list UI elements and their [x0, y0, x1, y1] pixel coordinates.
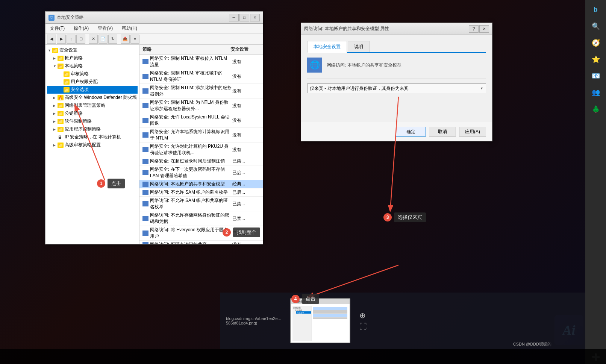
tab-description[interactable]: 说明 [348, 41, 370, 52]
sidebar-search-icon[interactable]: 🔍 [589, 20, 603, 33]
tree-root-label: 安全设置 [59, 47, 77, 53]
tree-account-policy[interactable]: ▶ 📁 帐户策略 [47, 54, 138, 62]
sidebar-star-icon[interactable]: ⭐ [589, 53, 603, 66]
sidebar-outlook-icon[interactable]: 📧 [589, 69, 603, 83]
dropdown-security-model[interactable]: 仅来宾 - 对本地用户进行身份验证，其身份为来宾 ▼ [307, 83, 486, 93]
policy-name: 网络安全: 允许 LocalSystem NULL 会话回退 [150, 114, 232, 127]
tree-local-policy[interactable]: ▼ 📂 本地策略 [47, 62, 138, 70]
tree-root[interactable]: ▼ 📁 安全设置 [47, 46, 138, 54]
tree-public-key[interactable]: ▶ 📁 公钥策略 [47, 109, 138, 117]
tree-user-rights[interactable]: 📁 用户权限分配 [47, 78, 138, 86]
policy-row[interactable]: 网络安全: 限制 NTLM: 审核传入 NTLM 流量 没有 [139, 55, 263, 69]
menu-action[interactable]: 操作(A) [72, 24, 90, 32]
policy-icon [142, 59, 148, 64]
policy-row[interactable]: 网络访问: 不允许 SAM 帐户和共享的匿名枚举 已禁... [139, 197, 263, 211]
policy-row[interactable]: 网络安全: 允许 LocalSystem NULL 会话回退 没有 [139, 113, 263, 128]
secopts-folder-icon: 📁 [64, 87, 70, 93]
policy-row[interactable]: 网络访问: 不允许 SAM 帐户的匿名枚举 已启... [139, 188, 263, 197]
policy-value: 已禁... [232, 158, 260, 164]
menu-file[interactable]: 文件(F) [48, 24, 66, 32]
policy-row[interactable]: 网络访问: 本地帐户的共享和安全模型 经典... [139, 180, 263, 188]
export-button[interactable]: 📤 [121, 35, 130, 44]
policy-icon [142, 118, 148, 123]
tree-local-label: 本地策略 [65, 63, 83, 69]
tree-audit-policy[interactable]: 📁 审核策略 [47, 70, 138, 78]
sidebar-compass-icon[interactable]: 🧭 [589, 36, 603, 50]
tree-advaudit-label: 高级审核策略配置 [65, 142, 101, 148]
dialog-policy-desc: 网络访问: 本地帐户的共享和安全模型 [327, 62, 401, 68]
cancel-button[interactable]: 取消 [429, 127, 456, 136]
forward-button[interactable]: ▶ [57, 35, 66, 44]
thumbnail-card[interactable]: 本地安全策略 安全设置 本地策略 安全选项 [290, 298, 350, 343]
annotation-circle-2: 2 [223, 228, 231, 237]
policy-row[interactable]: 网络访问: 不允许存储网络身份验证的密码和凭据 已禁... [139, 211, 263, 226]
ok-button[interactable]: 确定 [396, 127, 426, 136]
annotation-3: 3 选择仅来宾 [383, 212, 426, 222]
policy-icon [142, 190, 148, 195]
tree-network-list[interactable]: ▶ 📁 网络列表管理器策略 [47, 102, 138, 109]
annotation-label-1: 点击 [108, 179, 125, 188]
policy-row[interactable]: 网络安全: 在超过登录时间后强制注销 已禁... [139, 157, 263, 165]
tree-firewall-label: 高级安全 Windows Defender 防火墙 [65, 94, 137, 101]
close-button[interactable]: ✕ [250, 14, 260, 21]
title-left: 🛡 本地安全策略 [48, 14, 84, 21]
toolbar: ◀ ▶ ↑ ⊟ ✕ 📄 ↻ 📤 ≡ [45, 33, 263, 45]
policy-value: 已启... [232, 170, 260, 176]
back-button[interactable]: ◀ [47, 35, 56, 44]
content-area: ▼ 📁 安全设置 ▶ 📁 帐户策略 ▼ 📂 本地策略 📁 审核策略 [45, 45, 263, 244]
policy-row[interactable]: 网络安全: 在下一次更改密码时不存储 LAN 管理器哈希值 已启... [139, 165, 263, 180]
tree-ip-security[interactable]: 🖥 IP 安全策略，在 本地计算机 [47, 133, 138, 141]
tree-app-control[interactable]: ▶ 📁 应用程序控制策略 [47, 125, 138, 133]
maximize-button[interactable]: □ [239, 14, 249, 21]
thumb-icons-area: ⊕ ⛶ [359, 311, 367, 331]
appctrl-folder-icon: 📁 [58, 127, 64, 132]
policy-row[interactable]: 网络安全: 限制 NTLM: 为 NTLM 身份验证添加远程服务器例外... 没… [139, 99, 263, 113]
tree-security-options[interactable]: 📁 安全选项 [47, 86, 138, 94]
policy-icon [142, 242, 148, 244]
sidebar-teams-icon[interactable]: 👥 [589, 86, 603, 99]
policy-row[interactable]: 网络安全: 限制 NTLM: 添加此域中的服务器例外 没有 [139, 84, 263, 99]
tree-appctrl-label: 应用程序控制策略 [65, 126, 101, 132]
policy-name: 网络安全: 限制 NTLM: 添加此域中的服务器例外 [150, 85, 232, 97]
dropdown-value: 仅来宾 - 对本地用户进行身份验证，其身份为来宾 [310, 85, 409, 92]
tree-advanced-firewall[interactable]: ▶ 🔥 高级安全 Windows Defender 防火墙 [47, 94, 138, 102]
list-button[interactable]: ≡ [130, 35, 139, 44]
policy-value: 没有 [232, 103, 260, 109]
header-value: 安全设置 [230, 46, 260, 53]
policy-row[interactable]: 网络安全: 允许本地系统将计算机标识用于 NTLM 没有 [139, 128, 263, 143]
policy-icon [142, 147, 148, 152]
menu-help[interactable]: 帮助(H) [120, 24, 139, 32]
thumb-expand-icon[interactable]: ⛶ [359, 322, 367, 331]
policy-row[interactable]: 网络访问: 可匿名访问的共享 没有 [139, 241, 263, 244]
policy-value: 已禁... [232, 215, 260, 222]
tree-software-restrict[interactable]: ▶ 📁 软件限制策略 [47, 117, 138, 125]
policy-row[interactable]: 网络安全: 限制 NTLM: 审核此域中的 NTLM 身份验证 没有 [139, 69, 263, 84]
policy-icon [142, 182, 148, 187]
policy-name: 网络访问: 将 Everyone 权限应用于匿名用户 [150, 227, 232, 240]
apply-button[interactable]: 应用(A) [459, 127, 486, 136]
sidebar-bing-icon[interactable]: b [589, 3, 603, 17]
annotation-label-4: 点击 [302, 294, 319, 304]
tab-local-security[interactable]: 本地安全设置 [307, 41, 347, 53]
properties-button[interactable]: 📄 [98, 35, 108, 44]
delete-button[interactable]: ✕ [89, 35, 98, 44]
security-policy-window: 🛡 本地安全策略 ─ □ ✕ 文件(F) 操作(A) 查看(V) 帮助(H) ◀… [45, 11, 263, 244]
security-window-icon: 🛡 [48, 15, 55, 21]
annotation-2: 2 找到整个 [223, 228, 260, 237]
policy-icon [142, 74, 148, 79]
view-button[interactable]: ⊟ [76, 35, 85, 44]
dialog-help-button[interactable]: ? [469, 25, 479, 33]
thumb-crosshair-icon[interactable]: ⊕ [359, 311, 367, 320]
minimize-button[interactable]: ─ [229, 14, 239, 21]
up-button[interactable]: ↑ [67, 35, 76, 44]
menu-view[interactable]: 查看(V) [96, 24, 114, 32]
tree-advanced-audit[interactable]: ▶ 📁 高级审核策略配置 [47, 141, 138, 149]
window-controls: ─ □ ✕ [229, 14, 260, 21]
policy-icon [142, 216, 148, 221]
refresh-button[interactable]: ↻ [108, 35, 117, 44]
annotation-label-2: 找到整个 [233, 228, 260, 237]
policy-row[interactable]: 网络安全: 允许对此计算机的 PKU2U 身份验证请求使用联机... 没有 [139, 143, 263, 157]
sidebar-tree-icon[interactable]: 🌲 [589, 102, 603, 116]
dialog-close-button[interactable]: ✕ [479, 25, 489, 33]
annotation-label-3: 选择仅来宾 [394, 212, 426, 222]
